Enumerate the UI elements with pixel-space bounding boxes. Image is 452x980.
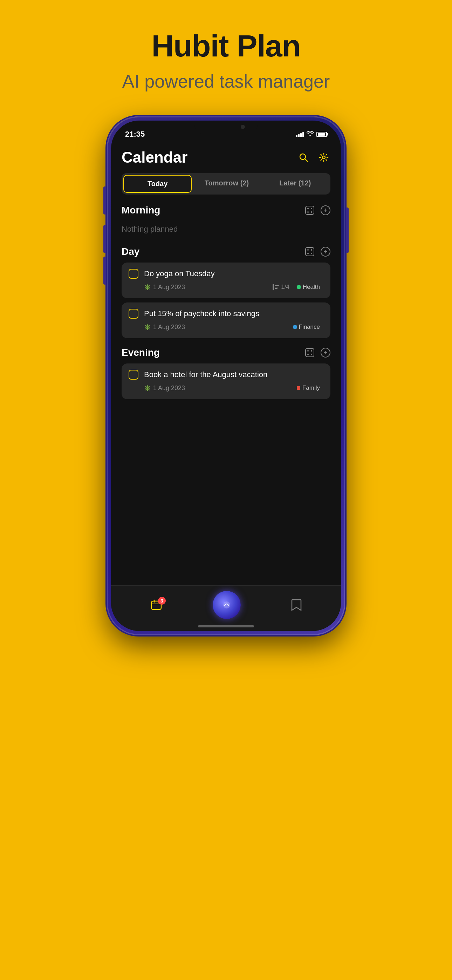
svg-point-11 <box>307 253 309 254</box>
task-savings-title: Put 15% of paycheck into savings <box>144 309 259 318</box>
svg-rect-13 <box>272 284 274 290</box>
task-hotel-top: Book a hotel for the August vacation <box>129 370 323 380</box>
svg-point-2 <box>322 156 325 159</box>
nav-calendar[interactable]: 3 <box>150 599 162 611</box>
svg-point-19 <box>311 350 312 352</box>
task-hotel-title: Book a hotel for the August vacation <box>144 370 267 379</box>
task-yoga-top: Do yoga on Tuesday <box>129 269 323 278</box>
settings-icon[interactable] <box>317 151 330 164</box>
tab-today[interactable]: Today <box>123 175 192 193</box>
task-savings-tag-dot <box>293 325 297 329</box>
task-card-hotel[interactable]: Book a hotel for the August vacation ✳️ … <box>122 363 330 399</box>
task-savings-tag: Finance <box>290 322 323 332</box>
notch <box>194 121 258 134</box>
svg-point-26 <box>223 601 230 608</box>
task-savings-date: ✳️ 1 Aug 2023 <box>144 323 185 331</box>
section-morning-actions: + <box>304 204 330 216</box>
bottom-nav: 3 <box>111 585 341 631</box>
svg-point-6 <box>307 212 309 213</box>
app-content: Calendar <box>111 142 341 399</box>
notch-camera <box>241 125 245 129</box>
svg-point-7 <box>311 212 312 213</box>
task-savings-checkbox[interactable] <box>129 309 138 318</box>
battery-icon <box>317 132 327 137</box>
wifi-icon <box>307 131 314 138</box>
day-add-icon[interactable]: + <box>321 247 330 256</box>
task-hotel-right: Family <box>293 383 323 393</box>
section-morning: Morning + <box>122 204 330 237</box>
svg-rect-14 <box>275 285 279 286</box>
task-card-yoga[interactable]: Do yoga on Tuesday ✳️ 1 Aug 2023 <box>122 262 330 298</box>
svg-rect-8 <box>306 247 314 256</box>
svg-point-9 <box>307 249 309 251</box>
task-hotel-checkbox[interactable] <box>129 370 138 380</box>
task-hotel-meta: ✳️ 1 Aug 2023 Family <box>129 383 323 393</box>
status-time: 21:35 <box>125 130 145 139</box>
svg-line-1 <box>305 159 308 162</box>
svg-point-4 <box>307 208 309 209</box>
signal-icon <box>296 131 304 137</box>
day-dice-icon[interactable] <box>304 246 316 258</box>
task-yoga-checkbox[interactable] <box>129 269 138 278</box>
app-subtitle: AI powered task manager <box>122 71 330 92</box>
svg-point-20 <box>307 354 309 355</box>
section-day-actions: + <box>304 246 330 258</box>
task-savings-right: Finance <box>290 322 323 332</box>
section-evening-header: Evening + <box>122 347 330 359</box>
bookmark-icon <box>291 599 302 611</box>
morning-add-icon[interactable]: + <box>321 205 330 215</box>
section-evening-actions: + <box>304 347 330 359</box>
task-yoga-tag-dot <box>297 285 301 289</box>
home-indicator <box>198 625 254 627</box>
header: Calendar <box>122 145 330 166</box>
page-title: Calendar <box>122 149 188 166</box>
section-evening: Evening + <box>122 347 330 399</box>
svg-point-5 <box>311 208 312 209</box>
section-day-header: Day + <box>122 246 330 258</box>
nav-ai-button[interactable] <box>213 591 241 619</box>
task-yoga-meta: ✳️ 1 Aug 2023 <box>129 282 323 292</box>
task-yoga-tag: Health <box>294 282 323 292</box>
section-day: Day + <box>122 246 330 338</box>
svg-rect-16 <box>275 288 277 289</box>
task-yoga-right: 1/4 Health <box>272 282 323 292</box>
page-background: Hubit Plan AI powered task manager 21:35 <box>0 0 452 635</box>
task-hotel-date-icon: ✳️ <box>144 385 151 391</box>
svg-rect-17 <box>306 348 314 357</box>
tab-later[interactable]: Later (12) <box>262 175 329 193</box>
section-morning-header: Morning + <box>122 204 330 216</box>
evening-add-icon[interactable]: + <box>321 348 330 358</box>
morning-empty: Nothing planned <box>122 221 330 237</box>
header-actions <box>297 151 330 164</box>
phone-wrapper: 21:35 <box>107 116 345 635</box>
svg-point-10 <box>311 249 312 251</box>
phone-screen: 21:35 <box>111 121 341 631</box>
tab-tomorrow[interactable]: Tomorrow (2) <box>193 175 260 193</box>
task-hotel-tag-dot <box>297 386 300 390</box>
task-savings-top: Put 15% of paycheck into savings <box>129 309 323 318</box>
calendar-badge: 3 <box>158 597 166 605</box>
tab-bar: Today Tomorrow (2) Later (12) <box>122 173 330 194</box>
section-morning-title: Morning <box>122 205 160 216</box>
battery-fill <box>318 133 325 136</box>
nav-bookmarks[interactable] <box>291 599 302 611</box>
svg-point-18 <box>307 350 309 352</box>
task-hotel-tag: Family <box>293 383 323 393</box>
evening-dice-icon[interactable] <box>304 347 316 359</box>
search-icon[interactable] <box>297 151 310 164</box>
task-yoga-progress: 1/4 <box>272 283 290 291</box>
section-evening-title: Evening <box>122 347 160 358</box>
task-yoga-title: Do yoga on Tuesday <box>144 269 215 278</box>
svg-rect-15 <box>275 287 278 287</box>
task-yoga-date: ✳️ 1 Aug 2023 <box>144 283 185 291</box>
task-savings-date-icon: ✳️ <box>144 324 151 331</box>
status-icons <box>296 131 327 138</box>
task-savings-meta: ✳️ 1 Aug 2023 Finance <box>129 322 323 332</box>
morning-dice-icon[interactable] <box>304 204 316 216</box>
svg-point-12 <box>311 253 312 254</box>
task-card-savings[interactable]: Put 15% of paycheck into savings ✳️ 1 Au… <box>122 302 330 338</box>
task-yoga-date-icon: ✳️ <box>144 284 151 291</box>
svg-point-21 <box>311 354 312 355</box>
task-hotel-date: ✳️ 1 Aug 2023 <box>144 385 185 392</box>
section-day-title: Day <box>122 246 140 257</box>
